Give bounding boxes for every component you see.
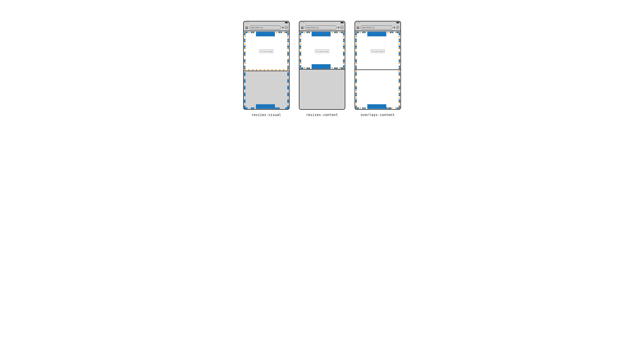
status-bar: 11:45 bbox=[244, 21, 289, 24]
caption: resizes-content bbox=[306, 113, 338, 117]
plus-icon[interactable]: + bbox=[282, 26, 284, 29]
screen-area: Focused Input bbox=[300, 31, 345, 109]
status-bar: 11:45 bbox=[300, 21, 345, 24]
status-time: 11:45 bbox=[357, 22, 360, 23]
focused-input[interactable]: Focused Input bbox=[315, 49, 329, 53]
text-cursor-icon bbox=[272, 50, 272, 52]
phone-row: 11:45 https://bram.us/ + 5 bbox=[201, 21, 443, 117]
diagram-stage: 11:45 https://bram.us/ + 5 bbox=[201, 0, 443, 136]
home-icon[interactable] bbox=[245, 26, 248, 29]
visual-viewport: Focused Input bbox=[244, 31, 289, 71]
input-value: Focused Input bbox=[316, 50, 328, 52]
tab-count[interactable]: 5 bbox=[396, 26, 399, 29]
focused-input[interactable]: Focused Input bbox=[371, 49, 385, 53]
url-text: https://bram.us/ bbox=[307, 26, 319, 28]
caption: resizes-visual bbox=[252, 113, 281, 117]
column-overlays-content: 11:45 https://bram.us/ + 5 bbox=[354, 21, 401, 117]
url-bar[interactable]: https://bram.us/ bbox=[360, 25, 392, 29]
status-time: 11:45 bbox=[245, 22, 249, 23]
keyboard-overlay-line bbox=[355, 69, 400, 70]
input-value: Focused Input bbox=[260, 50, 272, 52]
focused-input[interactable]: Focused Input bbox=[260, 49, 273, 53]
plus-icon[interactable]: + bbox=[338, 26, 340, 29]
home-icon[interactable] bbox=[356, 26, 360, 29]
browser-toolbar: https://bram.us/ + 5 bbox=[355, 24, 400, 31]
url-bar[interactable]: https://bram.us/ bbox=[305, 25, 337, 29]
url-text: https://bram.us/ bbox=[362, 26, 374, 28]
browser-toolbar: https://bram.us/ + 5 bbox=[244, 24, 289, 31]
screen-area: Focused Input bbox=[355, 31, 400, 109]
battery-icon bbox=[396, 22, 399, 23]
phone-mockup: 11:45 https://bram.us/ + 5 bbox=[243, 21, 290, 110]
url-text: https://bram.us/ bbox=[251, 26, 263, 28]
browser-toolbar: https://bram.us/ + 5 bbox=[300, 24, 345, 31]
home-icon[interactable] bbox=[301, 26, 304, 29]
battery-icon bbox=[285, 22, 288, 23]
status-time: 11:45 bbox=[301, 22, 305, 23]
layout-viewport: Focused Input bbox=[300, 31, 345, 69]
column-resizes-visual: 11:45 https://bram.us/ + 5 bbox=[243, 21, 290, 117]
status-bar: 11:45 bbox=[355, 21, 400, 24]
battery-icon bbox=[340, 22, 344, 23]
phone-mockup: 11:45 https://bram.us/ + 5 bbox=[299, 21, 345, 110]
text-cursor-icon bbox=[328, 50, 328, 52]
layout-viewport: Focused Input bbox=[355, 31, 400, 109]
column-resizes-content: 11:45 https://bram.us/ + 5 bbox=[299, 21, 345, 117]
caption: overlays-content bbox=[361, 113, 394, 117]
input-value: Focused Input bbox=[372, 50, 383, 52]
tab-count[interactable]: 5 bbox=[340, 26, 344, 29]
phone-mockup: 11:45 https://bram.us/ + 5 bbox=[354, 21, 401, 110]
url-bar[interactable]: https://bram.us/ bbox=[249, 25, 281, 29]
tab-count[interactable]: 5 bbox=[285, 26, 288, 29]
text-cursor-icon bbox=[383, 50, 384, 52]
screen-area: Focused Input bbox=[244, 31, 289, 109]
plus-icon[interactable]: + bbox=[394, 26, 395, 29]
